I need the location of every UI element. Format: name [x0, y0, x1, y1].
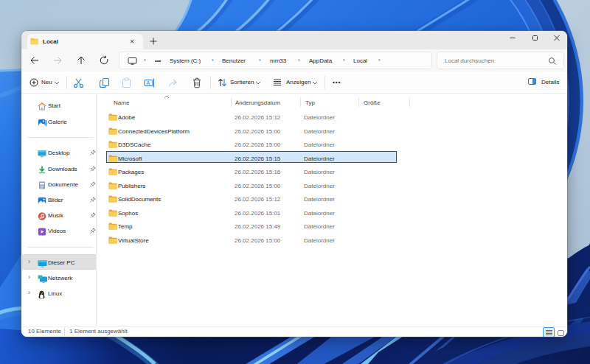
svg-text:A: A: [147, 80, 150, 85]
